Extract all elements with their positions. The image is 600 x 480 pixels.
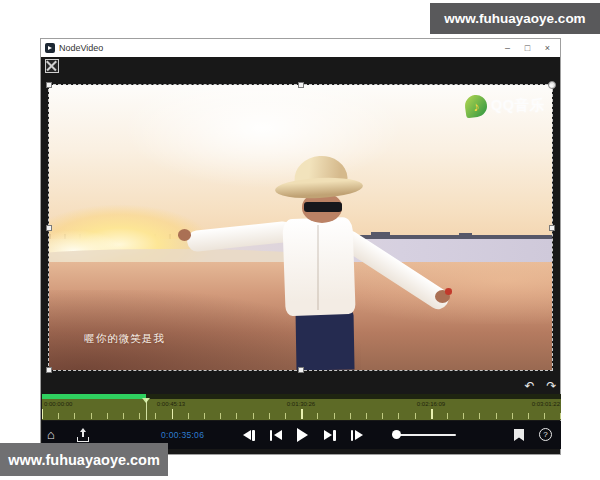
selection-handle-top-left[interactable] (46, 82, 52, 88)
app-window: NodeVideo – □ × (40, 38, 561, 455)
playback-controls (241, 421, 364, 449)
undo-icon[interactable]: ↶ (523, 379, 536, 393)
history-controls: ↶ ↷ (523, 379, 558, 393)
timeline[interactable]: 0:00:00:00 0:00:45:13 0:01:30:26 0:02:16… (42, 394, 561, 420)
help-button[interactable]: ? (539, 428, 552, 441)
timeline-progress-track (42, 394, 561, 399)
maximize-button[interactable]: □ (523, 39, 532, 57)
video-canvas[interactable]: ♪ QQ音乐 喔你的微笑是我 (49, 85, 552, 370)
editor-area: ♪ QQ音乐 喔你的微笑是我 ↶ ↷ 0: (41, 57, 560, 454)
sky-glow (124, 85, 401, 188)
music-note-icon: ♪ (463, 94, 488, 119)
export-icon[interactable] (76, 428, 90, 442)
selection-handle-bottom-left[interactable] (46, 367, 52, 373)
subtitle-text: 喔你的微笑是我 (84, 332, 165, 346)
home-button[interactable]: ⌂ (47, 428, 55, 441)
slider-knob[interactable] (392, 430, 401, 439)
watermark-bottom: www.fuhuayaoye.com (0, 443, 168, 476)
boy-shirt (283, 216, 357, 315)
timeline-timestamp: 0:01:30:26 (287, 401, 315, 407)
play-button[interactable] (295, 427, 310, 443)
selection-handle-bottom-center[interactable] (298, 367, 304, 373)
boy-sunglasses (304, 202, 342, 211)
shirt-placket (317, 225, 319, 311)
timeline-timestamp: 0:00:00:00 (44, 401, 72, 407)
app-icon (45, 43, 55, 53)
close-button[interactable]: × (543, 39, 552, 57)
skip-end-button[interactable] (322, 427, 337, 443)
video-preview: ♪ QQ音乐 喔你的微笑是我 (49, 85, 552, 370)
minimize-button[interactable]: – (503, 39, 512, 57)
titlebar: NodeVideo – □ × (41, 39, 560, 57)
rotate-handle[interactable] (548, 81, 556, 89)
boy-pants (296, 310, 355, 370)
next-frame-button[interactable] (349, 427, 364, 443)
deselect-icon[interactable] (45, 59, 59, 73)
selection-handle-top-center[interactable] (298, 82, 304, 88)
selection-handle-middle-right[interactable] (549, 225, 555, 231)
redo-icon[interactable]: ↷ (545, 379, 558, 393)
watermark-top: www.fuhuayaoye.com (430, 3, 600, 34)
skip-start-button[interactable] (268, 427, 283, 443)
prev-frame-button[interactable] (241, 427, 256, 443)
window-title: NodeVideo (59, 43, 103, 53)
qq-music-logo: ♪ QQ音乐 (465, 95, 545, 117)
selection-handle-middle-left[interactable] (46, 225, 52, 231)
timeline-progress-fill (42, 394, 146, 399)
preview-zoom-slider[interactable] (392, 430, 456, 440)
current-time: 0:00:35:06 (161, 430, 204, 440)
timeline-timestamp: 0:00:45:13 (157, 401, 185, 407)
timeline-major-ticks (42, 409, 561, 419)
bookmark-icon[interactable] (514, 429, 524, 441)
playhead-line (146, 399, 147, 420)
boy-left-hand (178, 229, 192, 241)
window-controls: – □ × (503, 39, 552, 57)
timeline-timestamp: 0:03:01:22 (532, 401, 560, 407)
logo-text: QQ音乐 (491, 96, 545, 115)
slider-track (396, 434, 456, 436)
timeline-timestamp: 0:02:16:09 (417, 401, 445, 407)
